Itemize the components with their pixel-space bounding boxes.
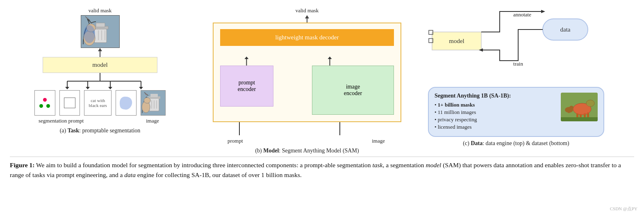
- dot-green-1: [39, 104, 43, 108]
- below-arrows-b: [213, 122, 401, 135]
- panel-c-svg: model data annotate train: [428, 7, 604, 81]
- caption-c: (c): [463, 140, 469, 146]
- image-svg-a: [141, 91, 166, 116]
- outer-box-b: lightweight mask decoder: [213, 23, 401, 122]
- arrow-top-b: [213, 15, 401, 23]
- image-box-a: [141, 90, 166, 116]
- svg-marker-16: [86, 87, 90, 89]
- model-box-a: model: [43, 57, 157, 73]
- labels-row-a: segmentation prompt image: [34, 118, 166, 124]
- figure-caption: Figure 1: We aim to build a foundation m…: [10, 157, 634, 180]
- svg-text:data: data: [560, 26, 571, 33]
- arrows-svg-b: [220, 54, 394, 66]
- sa1b-item-1-bold: 1+ billion masks: [438, 102, 475, 108]
- panel-a: valid mask: [10, 7, 190, 134]
- cat-image-a: [81, 15, 120, 48]
- caption-b: (b): [255, 148, 262, 154]
- inner-row-b: prompt encoder image encoder: [220, 66, 394, 115]
- valid-mask-label-a: valid mask: [89, 7, 112, 14]
- svg-text:model: model: [449, 38, 464, 44]
- prompt-box-mask: [116, 90, 137, 116]
- svg-point-58: [569, 106, 573, 109]
- caption-italic-data: data: [124, 171, 136, 178]
- model-label-a: model: [92, 61, 108, 68]
- svg-marker-14: [65, 87, 69, 89]
- panel-b: valid mask lightweight mask decoder: [190, 7, 416, 154]
- image-label-b: image: [372, 138, 385, 144]
- svg-point-55: [586, 100, 594, 107]
- panel-c-caption: (c) Data: data engine (top) & dataset (b…: [428, 140, 604, 147]
- caption-bold-b: Model: [263, 148, 279, 154]
- prompt-box-rect: [59, 90, 80, 116]
- image-encoder-box: image encoder: [312, 66, 394, 115]
- mask-decoder-box: lightweight mask decoder: [220, 29, 394, 46]
- branch-arrows-a: [43, 73, 157, 89]
- svg-marker-43: [541, 10, 545, 13]
- caption-italic-task: task: [372, 161, 382, 168]
- sa1b-image: [561, 93, 598, 121]
- svg-rect-3: [96, 23, 105, 27]
- prompt-box-points: [34, 90, 55, 116]
- prompt-encoder-box: prompt encoder: [220, 66, 273, 107]
- svg-rect-24: [150, 94, 158, 97]
- watermark: CSDN @点PY: [610, 206, 637, 212]
- mask-decoder-label: lightweight mask decoder: [275, 34, 339, 41]
- caption-rest-a: : promptable segmentation: [79, 127, 140, 134]
- svg-marker-20: [139, 87, 143, 89]
- panels-container: valid mask: [10, 7, 634, 154]
- sa1b-img-svg: [561, 93, 598, 121]
- caption-a: (a): [60, 127, 66, 134]
- segmentation-prompt-label: segmentation prompt: [39, 118, 84, 124]
- sa1b-item-4: licensed images: [435, 124, 598, 130]
- caption-rest-c: : data engine (top) & dataset (bottom): [482, 140, 569, 146]
- figure-label: Figure 1:: [10, 161, 34, 168]
- caption-bold-c: Data: [471, 140, 482, 146]
- svg-marker-32: [244, 57, 248, 59]
- caption-rest-b: : Segment Anything Model (SAM): [279, 148, 359, 154]
- svg-point-10: [84, 25, 95, 43]
- image-label-a: image: [146, 118, 159, 124]
- cat-text: cat with black ears: [89, 98, 107, 108]
- svg-text:annotate: annotate: [513, 11, 531, 18]
- dot-red: [43, 98, 47, 102]
- panel-c-diagram: model data annotate train: [428, 7, 604, 81]
- svg-marker-34: [328, 57, 332, 59]
- labels-row-b: prompt image: [213, 138, 401, 144]
- svg-text:train: train: [513, 61, 523, 67]
- caption-italic-model: model: [426, 161, 441, 168]
- svg-point-30: [144, 98, 150, 103]
- caption-bold-a: Task: [68, 127, 79, 134]
- svg-rect-56: [561, 117, 598, 121]
- panel-a-caption: (a) Task: promptable segmentation: [60, 127, 141, 134]
- branch-svg-a: [43, 73, 157, 89]
- sa1b-title-text: Segment Anything 1B (SA-1B):: [435, 93, 511, 99]
- prompts-row-a: cat with black ears: [34, 90, 166, 116]
- panel-c: model data annotate train: [416, 7, 617, 147]
- blob-svg: [116, 95, 135, 111]
- valid-mask-label-b: valid mask: [296, 7, 319, 14]
- below-box-b: [213, 122, 401, 135]
- main-figure: valid mask: [10, 7, 634, 180]
- image-encoder-label: image encoder: [344, 84, 362, 97]
- prompt-encoder-label: prompt encoder: [238, 80, 256, 93]
- encoder-to-decoder-arrows: [220, 54, 394, 66]
- panel-b-caption: (b) Model: Segment Anything Model (SAM): [255, 148, 359, 154]
- rect-prompt: [64, 98, 75, 108]
- cat-trash-svg: [81, 16, 120, 48]
- prompt-label-b: prompt: [228, 138, 243, 144]
- dot-green-2: [46, 104, 50, 108]
- prompt-box-text: cat with black ears: [84, 90, 112, 116]
- arrow-model-to-image-a: [98, 48, 102, 57]
- svg-marker-18: [108, 87, 112, 89]
- sa1b-box: Segment Anything 1B (SA-1B): 1+ billion …: [428, 87, 604, 137]
